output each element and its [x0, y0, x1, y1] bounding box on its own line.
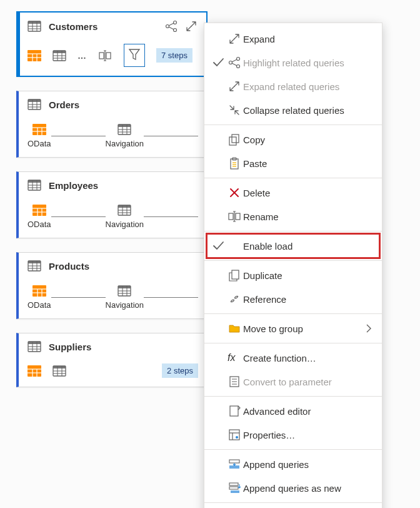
menu-item-append-queries[interactable]: Append queries [204, 452, 382, 476]
query-steps-flow: OData Navigation [28, 124, 198, 148]
step-label: OData [28, 139, 51, 148]
append-icon [228, 458, 241, 470]
paste-icon [228, 157, 241, 170]
duplicate-icon [228, 269, 241, 282]
step-label: OData [28, 300, 51, 310]
folder-icon [228, 322, 241, 335]
menu-item-reference[interactable]: Reference [204, 287, 382, 311]
table-icon [28, 341, 41, 352]
reference-icon [228, 293, 241, 305]
filter-button-selected[interactable] [124, 44, 145, 67]
query-card-suppliers[interactable]: Suppliers 2 steps [16, 333, 208, 387]
menu-divider [204, 231, 382, 231]
steps-badge[interactable]: 7 steps [156, 48, 192, 63]
check-icon [212, 240, 224, 252]
query-card-orders[interactable]: Orders OData Navigation [16, 91, 208, 158]
table-icon [28, 99, 41, 110]
query-title: Orders [49, 99, 79, 110]
parameter-icon [228, 375, 241, 388]
query-title: Products [49, 261, 89, 272]
menu-item-expand[interactable]: Expand [204, 27, 382, 51]
step-label: OData [28, 220, 51, 229]
step-label: Navigation [106, 300, 144, 310]
menu-item-expand-related[interactable]: Expand related queries [204, 74, 382, 98]
menu-divider [204, 449, 382, 450]
append-new-icon [228, 482, 241, 494]
related-queries-icon [228, 56, 241, 69]
query-title: Employees [49, 180, 98, 191]
collapse-icon [228, 104, 241, 116]
chevron-right-icon [363, 322, 373, 335]
menu-divider [204, 178, 382, 178]
query-card-customers[interactable]: Customers … 7 steps [16, 11, 208, 77]
table-view-orange-icon[interactable] [28, 50, 41, 61]
menu-divider [204, 343, 382, 343]
step-label: Navigation [106, 139, 144, 148]
step-odata-icon [32, 205, 46, 216]
expand-icon [228, 33, 241, 45]
step-navigation-icon [118, 124, 131, 135]
menu-item-copy[interactable]: Copy [204, 128, 382, 151]
properties-icon [228, 429, 241, 441]
menu-item-create-function[interactable]: Create function… [204, 346, 382, 370]
step-label: Navigation [106, 220, 144, 229]
menu-item-append-queries-as-new[interactable]: Append queries as new [204, 476, 382, 500]
menu-item-properties[interactable]: Properties… [204, 423, 382, 447]
table-icon [28, 180, 41, 191]
copy-icon [228, 133, 241, 146]
advanced-editor-icon [228, 405, 241, 417]
step-navigation-icon [118, 205, 131, 216]
menu-item-enable-load[interactable]: Enable load [204, 234, 382, 258]
table-view-outline-icon[interactable] [52, 50, 66, 61]
menu-item-convert-to-parameter[interactable]: Convert to parameter [204, 370, 382, 394]
expand-icon [228, 80, 241, 93]
table-icon [28, 21, 41, 32]
query-card-employees[interactable]: Employees OData Navigation [16, 171, 208, 238]
fx-icon [228, 352, 241, 364]
menu-item-move-to-group[interactable]: Move to group [204, 317, 382, 340]
menu-item-advanced-editor[interactable]: Advanced editor [204, 399, 382, 423]
expand-icon[interactable] [185, 20, 198, 33]
menu-item-collapse-related[interactable]: Collapse related queries [204, 98, 382, 122]
context-menu: Expand Highlight related queries Expand … [204, 23, 382, 508]
step-navigation-icon [118, 285, 131, 297]
table-view-outline-icon[interactable] [52, 365, 66, 377]
query-card-products[interactable]: Products OData Navigation [16, 252, 208, 319]
check-icon [212, 56, 224, 69]
menu-divider [204, 124, 382, 125]
delete-icon [228, 186, 241, 199]
steps-badge[interactable]: 2 steps [162, 363, 198, 378]
menu-item-merge-queries[interactable]: Merge queries [204, 505, 382, 508]
rename-icon[interactable] [98, 49, 112, 62]
related-queries-icon[interactable] [165, 20, 178, 33]
step-odata-icon [32, 124, 46, 135]
filter-icon [128, 48, 141, 61]
query-title: Customers [49, 21, 98, 32]
query-steps-flow: OData Navigation [28, 205, 198, 229]
query-steps-flow: OData Navigation [28, 285, 198, 310]
table-icon [28, 260, 41, 272]
query-title: Suppliers [49, 342, 91, 352]
menu-item-rename[interactable]: Rename [204, 205, 382, 228]
menu-divider [204, 313, 382, 314]
menu-item-duplicate[interactable]: Duplicate [204, 263, 382, 287]
step-odata-icon [32, 285, 46, 297]
menu-item-delete[interactable]: Delete [204, 181, 382, 205]
menu-divider [204, 396, 382, 397]
menu-item-highlight-related[interactable]: Highlight related queries [204, 51, 382, 74]
table-view-orange-icon[interactable] [28, 365, 41, 377]
more-ellipsis[interactable]: … [78, 51, 86, 61]
menu-divider [204, 502, 382, 503]
menu-divider [204, 260, 382, 261]
menu-item-paste[interactable]: Paste [204, 151, 382, 175]
rename-icon [227, 210, 242, 223]
